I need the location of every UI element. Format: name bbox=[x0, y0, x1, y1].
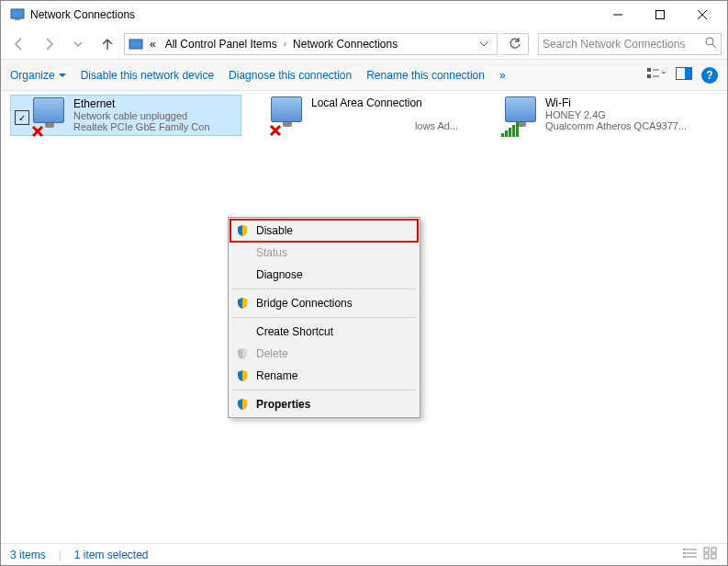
content-area[interactable]: ✓ Ethernet Network cable unplugged Realt… bbox=[1, 91, 727, 541]
menu-separator bbox=[232, 317, 416, 318]
adapter-icon bbox=[33, 97, 70, 134]
svg-point-23 bbox=[683, 552, 685, 554]
minimize-button[interactable] bbox=[597, 1, 639, 28]
svg-rect-0 bbox=[11, 9, 24, 18]
error-overlay-icon bbox=[269, 124, 284, 139]
menu-item-delete: Delete bbox=[230, 343, 418, 365]
connection-adapter: Qualcomm Atheros QCA9377... bbox=[545, 120, 687, 131]
item-count: 3 items bbox=[10, 549, 46, 561]
svg-rect-14 bbox=[685, 68, 692, 80]
disable-device-button[interactable]: Disable this network device bbox=[81, 69, 214, 82]
connection-item-local-area[interactable]: Local Area Connection Network cable unpl… bbox=[267, 95, 498, 136]
svg-rect-9 bbox=[647, 68, 651, 72]
command-bar: Organize Disable this network device Dia… bbox=[1, 60, 727, 91]
svg-point-7 bbox=[706, 38, 713, 45]
close-button[interactable] bbox=[681, 1, 723, 28]
view-options-button[interactable] bbox=[646, 66, 666, 84]
title-bar: Network Connections bbox=[1, 1, 727, 28]
svg-rect-3 bbox=[656, 11, 665, 19]
selection-count: 1 item selected bbox=[74, 549, 149, 561]
forward-button[interactable] bbox=[36, 31, 62, 57]
address-bar: « All Control Panel Items › Network Conn… bbox=[1, 28, 727, 60]
maximize-button[interactable] bbox=[639, 1, 681, 28]
menu-item-rename[interactable]: Rename bbox=[230, 365, 418, 387]
shield-icon bbox=[234, 222, 251, 239]
svg-rect-6 bbox=[129, 40, 142, 49]
window-title: Network Connections bbox=[30, 8, 135, 21]
shield-icon bbox=[234, 345, 251, 362]
connection-item-wifi[interactable]: Wi-Fi HONEY 2.4G Qualcomm Atheros QCA937… bbox=[501, 95, 728, 136]
connection-status: Network cable unplugged bbox=[73, 110, 210, 121]
back-button[interactable] bbox=[6, 31, 32, 57]
menu-item-diagnose[interactable]: Diagnose bbox=[230, 264, 418, 286]
svg-point-24 bbox=[683, 556, 685, 558]
preview-pane-button[interactable] bbox=[676, 67, 692, 83]
svg-rect-25 bbox=[704, 548, 709, 552]
search-icon bbox=[704, 36, 717, 51]
menu-item-properties[interactable]: Properties bbox=[230, 393, 418, 415]
context-menu: Disable Status Diagnose Bridge Connectio… bbox=[228, 217, 420, 418]
svg-rect-28 bbox=[711, 554, 716, 559]
search-placeholder: Search Network Connections bbox=[543, 38, 704, 51]
connection-adapter: Realtek PCIe GbE Family Con bbox=[73, 121, 210, 132]
shield-icon bbox=[234, 396, 251, 413]
large-icons-view-button[interactable] bbox=[703, 547, 718, 562]
breadcrumb[interactable]: « All Control Panel Items › Network Conn… bbox=[124, 33, 498, 55]
up-button[interactable] bbox=[95, 31, 120, 57]
connection-name: Ethernet bbox=[73, 97, 210, 110]
signal-overlay-icon bbox=[501, 122, 519, 137]
menu-item-bridge[interactable]: Bridge Connections bbox=[230, 292, 418, 314]
menu-item-status: Status bbox=[230, 242, 418, 264]
connection-status: HONEY 2.4G bbox=[545, 109, 687, 120]
details-view-button[interactable] bbox=[683, 547, 698, 562]
address-dropdown-button[interactable] bbox=[473, 34, 493, 54]
connection-adapter: lows Ad... bbox=[311, 120, 458, 131]
organize-button[interactable]: Organize bbox=[10, 69, 66, 82]
recent-locations-button[interactable] bbox=[65, 31, 91, 57]
overflow-button[interactable]: » bbox=[499, 69, 506, 82]
app-icon bbox=[10, 7, 25, 22]
connection-name: Wi-Fi bbox=[545, 96, 687, 109]
diagnose-button[interactable]: Diagnose this connection bbox=[229, 69, 352, 82]
chevron-right-icon[interactable]: › bbox=[284, 39, 286, 49]
breadcrumb-parent[interactable]: All Control Panel Items bbox=[162, 38, 280, 51]
menu-separator bbox=[232, 289, 416, 289]
adapter-icon bbox=[505, 96, 542, 133]
svg-rect-1 bbox=[15, 18, 20, 20]
refresh-button[interactable] bbox=[501, 33, 529, 55]
adapter-icon bbox=[271, 96, 308, 133]
shield-icon bbox=[234, 368, 251, 384]
connection-name: Local Area Connection bbox=[311, 96, 458, 109]
svg-rect-27 bbox=[704, 554, 709, 559]
error-overlay-icon bbox=[31, 125, 46, 140]
status-bar: 3 items | 1 item selected bbox=[1, 543, 727, 565]
location-icon bbox=[129, 37, 143, 51]
menu-separator bbox=[232, 390, 416, 391]
svg-line-8 bbox=[712, 44, 716, 48]
breadcrumb-current[interactable]: Network Connections bbox=[290, 38, 400, 51]
connection-item-ethernet[interactable]: ✓ Ethernet Network cable unplugged Realt… bbox=[10, 95, 241, 136]
svg-rect-26 bbox=[711, 548, 716, 552]
menu-item-disable[interactable]: Disable bbox=[230, 220, 418, 242]
menu-item-create-shortcut[interactable]: Create Shortcut bbox=[230, 321, 418, 343]
breadcrumb-prefix[interactable]: « bbox=[147, 38, 159, 51]
checkbox[interactable]: ✓ bbox=[15, 110, 29, 125]
svg-rect-10 bbox=[647, 74, 651, 78]
help-button[interactable]: ? bbox=[701, 67, 718, 84]
rename-button[interactable]: Rename this connection bbox=[366, 69, 485, 82]
shield-icon bbox=[234, 295, 251, 311]
search-input[interactable]: Search Network Connections bbox=[538, 33, 722, 55]
svg-point-22 bbox=[683, 549, 685, 550]
